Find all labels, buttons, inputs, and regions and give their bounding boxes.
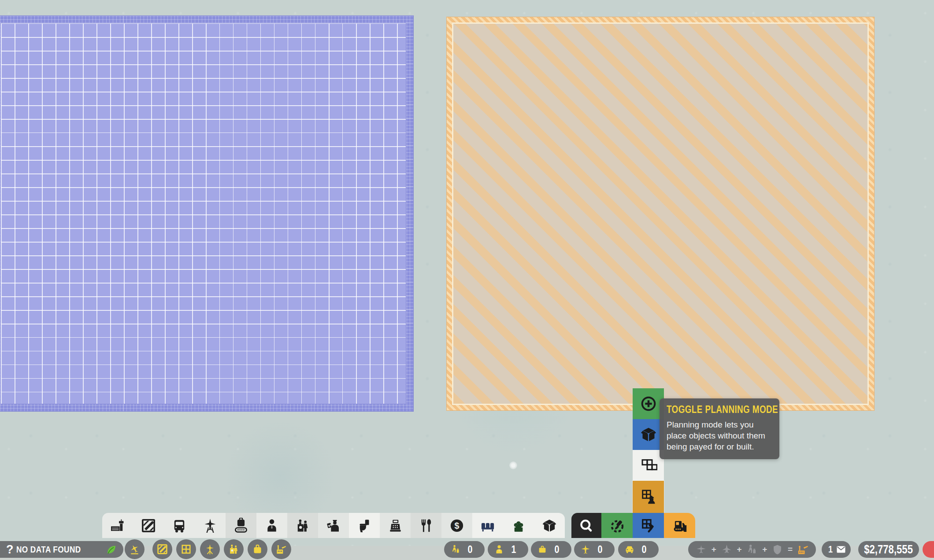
leaf-icon	[105, 544, 117, 556]
plant-icon	[511, 518, 526, 534]
rating-operator: +	[762, 545, 767, 554]
rating-operator: =	[788, 545, 793, 554]
contractor-icon	[275, 543, 287, 555]
walls-overlay-toggle[interactable]	[176, 539, 196, 559]
car-icon	[624, 544, 635, 555]
demolish-button[interactable]	[664, 513, 695, 538]
rating-operator: +	[737, 545, 742, 554]
zones-icon	[156, 543, 168, 555]
checkin-icon	[228, 543, 240, 555]
zone-blue-inner-grid	[0, 23, 406, 404]
box-icon	[541, 518, 557, 534]
envelope-icon	[836, 544, 846, 555]
staff-icon	[264, 518, 280, 534]
passengers-count: 0	[463, 543, 478, 556]
bag-icon	[252, 543, 263, 555]
box-icon	[640, 426, 657, 443]
airport-icon	[797, 544, 809, 556]
toolbar-item-aviation[interactable]	[195, 513, 226, 538]
vehicles-count: 0	[637, 543, 652, 556]
toolbar-item-franchise[interactable]: $	[441, 513, 472, 538]
staff-count: 1	[506, 543, 521, 556]
airport-rating-pill[interactable]: +++=	[688, 541, 816, 558]
contractor-overlay-toggle[interactable]	[271, 539, 291, 559]
jet-icon	[721, 544, 733, 556]
zones-overlay-toggle[interactable]	[152, 539, 172, 559]
plus-circle-icon	[640, 395, 657, 413]
flights-count: 0	[593, 543, 608, 556]
toolbar-item-transport[interactable]	[164, 513, 195, 538]
tooltip-body: Planning mode lets you place objects wit…	[667, 419, 772, 452]
toolbar-item-decoration[interactable]	[503, 513, 534, 538]
toolbar-item-security[interactable]	[318, 513, 349, 538]
prop-plane-icon	[695, 544, 707, 556]
staff-counter[interactable]: 1	[488, 541, 528, 558]
no-data-label: NO DATA FOUND	[16, 544, 89, 555]
flights-takeoff-toggle[interactable]	[125, 539, 145, 559]
mail-count: 1	[828, 544, 833, 555]
radar-icon	[204, 543, 216, 555]
conveyor-icon	[233, 518, 249, 534]
tooltip-title: TOGGLE PLANNING MODE	[667, 404, 778, 416]
toolbar-item-facilities[interactable]	[349, 513, 380, 538]
no-data-pill[interactable]: ? NO DATA FOUND	[0, 541, 123, 558]
toolbar-item-staff[interactable]	[256, 513, 287, 538]
pax-luggage-icon	[746, 544, 758, 556]
question-mark-icon: ?	[6, 543, 14, 556]
zone-orange-inner	[452, 22, 869, 405]
shield-icon	[771, 544, 783, 556]
tooltip-planning-mode: TOGGLE PLANNING MODE Planning mode lets …	[660, 398, 779, 459]
dust-particle	[509, 461, 517, 469]
toolbar-item-shops[interactable]	[380, 513, 411, 538]
plane-icon	[580, 544, 591, 555]
vehicles-counter[interactable]: 0	[618, 541, 659, 558]
build-mode-button[interactable]	[633, 513, 664, 538]
runway-icon	[202, 518, 218, 534]
zones-icon	[141, 518, 156, 534]
rating-operator: +	[712, 545, 716, 554]
takeoff-icon	[129, 543, 141, 555]
baggage-overlay-toggle[interactable]	[248, 539, 267, 559]
search-button[interactable]	[571, 513, 601, 538]
zone-orange-striped	[446, 17, 875, 411]
color-picker-button[interactable]	[601, 513, 633, 538]
briefcase-icon	[537, 544, 548, 555]
svg-text:$: $	[455, 520, 460, 530]
window-worker-icon	[640, 488, 657, 506]
search-icon	[578, 517, 595, 534]
seats-icon	[480, 518, 496, 534]
toolbar-item-terminal[interactable]	[102, 513, 133, 538]
desks-overlay-toggle[interactable]	[224, 539, 244, 559]
checkin-icon	[295, 518, 311, 534]
toolbar-item-check-in[interactable]	[287, 513, 318, 538]
toolbar-item-seating[interactable]	[472, 513, 503, 538]
build-icon	[640, 517, 657, 534]
baggage-count: 0	[549, 543, 564, 556]
money-balance: $2,778,555	[864, 543, 913, 556]
game-viewport[interactable]: $ TOGGLE PLANNING MODE Planning mode let…	[0, 0, 934, 560]
mail-pill[interactable]: 1	[822, 541, 851, 558]
passengers-counter[interactable]: 0	[444, 541, 485, 558]
zone-blue-grid	[0, 15, 414, 412]
toolbar-item-baggage[interactable]	[226, 513, 256, 538]
baggage-counter[interactable]: 0	[531, 541, 571, 558]
flights-counter[interactable]: 0	[574, 541, 615, 558]
terminal-icon	[110, 518, 126, 534]
toggle-planning-mode-button[interactable]	[633, 481, 664, 513]
picker-icon	[609, 517, 626, 534]
toolbar-actions	[571, 513, 695, 538]
pax-luggage-icon	[450, 544, 461, 555]
food-icon	[418, 518, 434, 534]
tiles-icon	[640, 457, 657, 474]
toolbar-item-zones[interactable]	[133, 513, 164, 538]
register-icon	[387, 518, 403, 534]
money-pill[interactable]: $2,778,555	[858, 541, 919, 558]
radar-overlay-toggle[interactable]	[200, 539, 220, 559]
coin-icon: $	[449, 518, 465, 534]
toilet-icon	[356, 518, 372, 534]
toolbar-item-food[interactable]	[411, 513, 441, 538]
bulldozer-icon	[671, 517, 688, 534]
window4-icon	[180, 543, 192, 555]
security-icon	[326, 518, 341, 534]
toolbar-item-items[interactable]	[534, 513, 565, 538]
